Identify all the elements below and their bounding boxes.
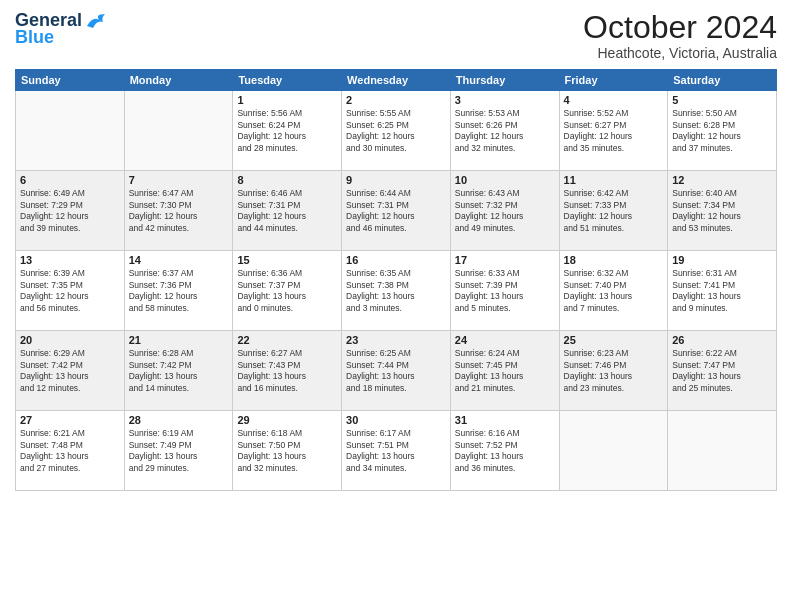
day-info-line: Sunset: 7:52 PM	[455, 440, 518, 450]
day-info-line: Sunset: 7:50 PM	[237, 440, 300, 450]
day-info: Sunrise: 6:29 AMSunset: 7:42 PMDaylight:…	[20, 348, 120, 394]
day-info-line: and 28 minutes.	[237, 143, 297, 153]
day-info-line: Sunset: 7:29 PM	[20, 200, 83, 210]
header: General Blue October 2024 Heathcote, Vic…	[15, 10, 777, 61]
day-info-line: Sunset: 7:36 PM	[129, 280, 192, 290]
day-info-line: Sunrise: 6:43 AM	[455, 188, 520, 198]
day-info: Sunrise: 6:17 AMSunset: 7:51 PMDaylight:…	[346, 428, 446, 474]
table-cell: 21Sunrise: 6:28 AMSunset: 7:42 PMDayligh…	[124, 331, 233, 411]
day-info: Sunrise: 6:18 AMSunset: 7:50 PMDaylight:…	[237, 428, 337, 474]
day-info-line: and 51 minutes.	[564, 223, 624, 233]
day-info-line: Sunrise: 6:18 AM	[237, 428, 302, 438]
day-info-line: and 56 minutes.	[20, 303, 80, 313]
day-info: Sunrise: 6:49 AMSunset: 7:29 PMDaylight:…	[20, 188, 120, 234]
day-info-line: Sunrise: 6:21 AM	[20, 428, 85, 438]
day-info-line: Sunrise: 6:28 AM	[129, 348, 194, 358]
day-info-line: and 42 minutes.	[129, 223, 189, 233]
day-number: 29	[237, 414, 337, 426]
day-info-line: Sunrise: 6:32 AM	[564, 268, 629, 278]
day-info-line: and 34 minutes.	[346, 463, 406, 473]
day-info-line: Sunset: 7:37 PM	[237, 280, 300, 290]
day-info-line: Sunset: 7:34 PM	[672, 200, 735, 210]
day-info-line: Daylight: 13 hours	[564, 291, 633, 301]
col-saturday: Saturday	[668, 70, 777, 91]
day-info: Sunrise: 6:37 AMSunset: 7:36 PMDaylight:…	[129, 268, 229, 314]
day-info-line: Sunset: 7:44 PM	[346, 360, 409, 370]
day-info-line: and 32 minutes.	[237, 463, 297, 473]
logo-blue: Blue	[15, 27, 54, 48]
day-number: 24	[455, 334, 555, 346]
day-info-line: and 49 minutes.	[455, 223, 515, 233]
table-cell: 22Sunrise: 6:27 AMSunset: 7:43 PMDayligh…	[233, 331, 342, 411]
day-info-line: Sunrise: 6:36 AM	[237, 268, 302, 278]
day-info-line: and 37 minutes.	[672, 143, 732, 153]
day-number: 13	[20, 254, 120, 266]
day-number: 6	[20, 174, 120, 186]
day-info-line: Daylight: 12 hours	[672, 211, 741, 221]
day-info-line: Daylight: 13 hours	[129, 451, 198, 461]
day-info: Sunrise: 6:32 AMSunset: 7:40 PMDaylight:…	[564, 268, 664, 314]
day-number: 26	[672, 334, 772, 346]
table-cell	[124, 91, 233, 171]
day-number: 4	[564, 94, 664, 106]
table-cell: 1Sunrise: 5:56 AMSunset: 6:24 PMDaylight…	[233, 91, 342, 171]
calendar-row: 1Sunrise: 5:56 AMSunset: 6:24 PMDaylight…	[16, 91, 777, 171]
day-info-line: and 21 minutes.	[455, 383, 515, 393]
day-number: 31	[455, 414, 555, 426]
col-wednesday: Wednesday	[342, 70, 451, 91]
day-info-line: Sunset: 7:31 PM	[346, 200, 409, 210]
day-number: 1	[237, 94, 337, 106]
day-info: Sunrise: 6:39 AMSunset: 7:35 PMDaylight:…	[20, 268, 120, 314]
day-info-line: Daylight: 13 hours	[20, 451, 89, 461]
day-info-line: and 32 minutes.	[455, 143, 515, 153]
day-info-line: Daylight: 13 hours	[455, 371, 524, 381]
table-cell: 4Sunrise: 5:52 AMSunset: 6:27 PMDaylight…	[559, 91, 668, 171]
day-info-line: Daylight: 13 hours	[672, 291, 741, 301]
day-info: Sunrise: 6:31 AMSunset: 7:41 PMDaylight:…	[672, 268, 772, 314]
day-info-line: Daylight: 13 hours	[346, 451, 415, 461]
day-number: 17	[455, 254, 555, 266]
day-info: Sunrise: 6:19 AMSunset: 7:49 PMDaylight:…	[129, 428, 229, 474]
calendar-page: General Blue October 2024 Heathcote, Vic…	[0, 0, 792, 612]
table-cell: 10Sunrise: 6:43 AMSunset: 7:32 PMDayligh…	[450, 171, 559, 251]
table-cell: 11Sunrise: 6:42 AMSunset: 7:33 PMDayligh…	[559, 171, 668, 251]
table-cell: 8Sunrise: 6:46 AMSunset: 7:31 PMDaylight…	[233, 171, 342, 251]
day-info-line: Sunrise: 6:44 AM	[346, 188, 411, 198]
day-number: 10	[455, 174, 555, 186]
day-info-line: Sunrise: 6:42 AM	[564, 188, 629, 198]
day-info-line: and 36 minutes.	[455, 463, 515, 473]
day-info-line: Sunrise: 6:22 AM	[672, 348, 737, 358]
day-info-line: Sunrise: 6:24 AM	[455, 348, 520, 358]
day-info: Sunrise: 6:35 AMSunset: 7:38 PMDaylight:…	[346, 268, 446, 314]
day-info-line: Daylight: 12 hours	[455, 211, 524, 221]
day-info-line: Sunset: 7:42 PM	[129, 360, 192, 370]
day-info-line: Sunrise: 6:25 AM	[346, 348, 411, 358]
day-info-line: and 18 minutes.	[346, 383, 406, 393]
day-info-line: and 9 minutes.	[672, 303, 728, 313]
day-info: Sunrise: 6:23 AMSunset: 7:46 PMDaylight:…	[564, 348, 664, 394]
day-info: Sunrise: 6:16 AMSunset: 7:52 PMDaylight:…	[455, 428, 555, 474]
col-tuesday: Tuesday	[233, 70, 342, 91]
day-info-line: and 23 minutes.	[564, 383, 624, 393]
day-info: Sunrise: 6:27 AMSunset: 7:43 PMDaylight:…	[237, 348, 337, 394]
day-info-line: Sunset: 7:42 PM	[20, 360, 83, 370]
day-info-line: Daylight: 13 hours	[20, 371, 89, 381]
day-info-line: Daylight: 12 hours	[129, 211, 198, 221]
day-info-line: Sunset: 7:48 PM	[20, 440, 83, 450]
table-cell	[559, 411, 668, 491]
col-monday: Monday	[124, 70, 233, 91]
day-number: 19	[672, 254, 772, 266]
day-info: Sunrise: 6:44 AMSunset: 7:31 PMDaylight:…	[346, 188, 446, 234]
table-cell: 24Sunrise: 6:24 AMSunset: 7:45 PMDayligh…	[450, 331, 559, 411]
day-info-line: Sunset: 7:46 PM	[564, 360, 627, 370]
table-cell: 20Sunrise: 6:29 AMSunset: 7:42 PMDayligh…	[16, 331, 125, 411]
day-info-line: Daylight: 12 hours	[20, 291, 89, 301]
day-info-line: and 14 minutes.	[129, 383, 189, 393]
day-number: 8	[237, 174, 337, 186]
day-info-line: Daylight: 13 hours	[672, 371, 741, 381]
day-info: Sunrise: 6:28 AMSunset: 7:42 PMDaylight:…	[129, 348, 229, 394]
day-info-line: Daylight: 12 hours	[346, 211, 415, 221]
table-cell: 25Sunrise: 6:23 AMSunset: 7:46 PMDayligh…	[559, 331, 668, 411]
day-info-line: Sunrise: 5:50 AM	[672, 108, 737, 118]
table-cell: 31Sunrise: 6:16 AMSunset: 7:52 PMDayligh…	[450, 411, 559, 491]
